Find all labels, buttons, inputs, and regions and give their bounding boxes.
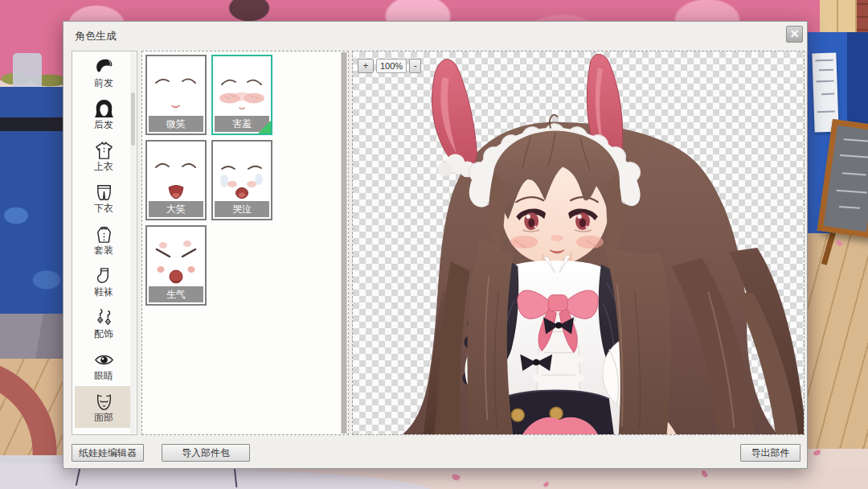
sidebar-item-accessories[interactable]: 配饰 <box>75 302 133 344</box>
expression-item-shy[interactable]: 害羞 <box>211 55 272 135</box>
accessories-icon <box>93 307 115 329</box>
eyes-icon <box>93 349 115 371</box>
import-parts-package-button[interactable]: 导入部件包 <box>162 444 250 462</box>
dialog-title: 角色生成 <box>75 29 117 43</box>
sidebar-item-label: 前发 <box>94 78 113 88</box>
expression-item-laugh[interactable]: 大笑 <box>145 140 207 220</box>
sidebar-scrollbar[interactable] <box>130 52 136 434</box>
sidebar-item-top-clothes[interactable]: 上衣 <box>75 135 133 177</box>
expression-label: 大笑 <box>149 201 203 217</box>
shoes-socks-icon <box>93 265 115 287</box>
sidebar-item-label: 鞋袜 <box>94 287 113 298</box>
expression-scrollbar-thumb[interactable] <box>342 52 346 434</box>
sidebar-item-label: 后发 <box>94 120 113 130</box>
zoom-in-button[interactable]: + <box>358 59 374 73</box>
zoom-controls: + 100% - <box>358 59 421 73</box>
bg-petal <box>813 450 821 457</box>
sidebar-item-label: 眼睛 <box>94 371 113 381</box>
screen: 角色生成 ✕ 前发 后发 上衣 <box>0 0 868 489</box>
expression-scrollbar[interactable] <box>341 52 347 434</box>
expression-item-angry[interactable]: 生气 <box>145 225 207 306</box>
expression-label: 微笑 <box>149 116 203 132</box>
close-icon[interactable]: ✕ <box>786 26 803 43</box>
top-clothes-icon <box>93 140 115 162</box>
back-hair-icon <box>93 98 115 120</box>
sidebar-scrollbar-thumb[interactable] <box>131 92 135 146</box>
sidebar-item-outfit[interactable]: 套装 <box>75 219 133 261</box>
sidebar-item-back-hair[interactable]: 后发 <box>75 93 133 135</box>
bottom-clothes-icon <box>93 182 115 203</box>
bg-pavement <box>0 359 64 465</box>
sidebar-item-label: 套装 <box>94 245 113 256</box>
character-image <box>353 51 804 434</box>
paper-doll-editor-button[interactable]: 纸娃娃编辑器 <box>72 444 144 462</box>
expression-label: 害羞 <box>215 116 269 132</box>
sidebar-item-label: 配饰 <box>94 329 113 339</box>
sidebar-item-label: 下衣 <box>94 203 113 214</box>
zoom-level: 100% <box>376 59 407 73</box>
zoom-out-button[interactable]: - <box>409 59 421 73</box>
expression-item-smile[interactable]: 微笑 <box>145 55 207 135</box>
expression-panel: 微笑 害羞 <box>141 51 349 435</box>
expression-label: 生气 <box>149 286 203 302</box>
sidebar-item-front-hair[interactable]: 前发 <box>75 51 133 93</box>
bg-dark-beam <box>0 117 64 131</box>
expression-label: 哭泣 <box>215 201 269 217</box>
character-generation-dialog: 角色生成 ✕ 前发 后发 上衣 <box>63 21 808 469</box>
sidebar-item-bottom-clothes[interactable]: 下衣 <box>75 177 133 219</box>
sidebar-item-shoes-socks[interactable]: 鞋袜 <box>75 261 133 302</box>
sidebar-item-label: 面部 <box>94 413 113 423</box>
sidebar-item-eyes[interactable]: 眼睛 <box>75 344 133 386</box>
sidebar-item-face[interactable]: 面部 <box>75 386 133 428</box>
face-icon <box>93 391 115 413</box>
sidebar-item-label: 上衣 <box>94 162 113 172</box>
bg-wood-floor <box>805 233 868 449</box>
bg-stone-path <box>0 314 64 359</box>
expression-grid: 微笑 害羞 <box>145 55 337 306</box>
outfit-icon <box>93 224 115 245</box>
category-sidebar: 前发 后发 上衣 下衣 <box>72 51 137 435</box>
front-hair-icon <box>93 56 115 78</box>
export-parts-button[interactable]: 导出部件 <box>740 444 800 462</box>
character-preview-pane[interactable]: + 100% - <box>352 51 805 435</box>
expression-item-cry[interactable]: 哭泣 <box>211 140 272 220</box>
